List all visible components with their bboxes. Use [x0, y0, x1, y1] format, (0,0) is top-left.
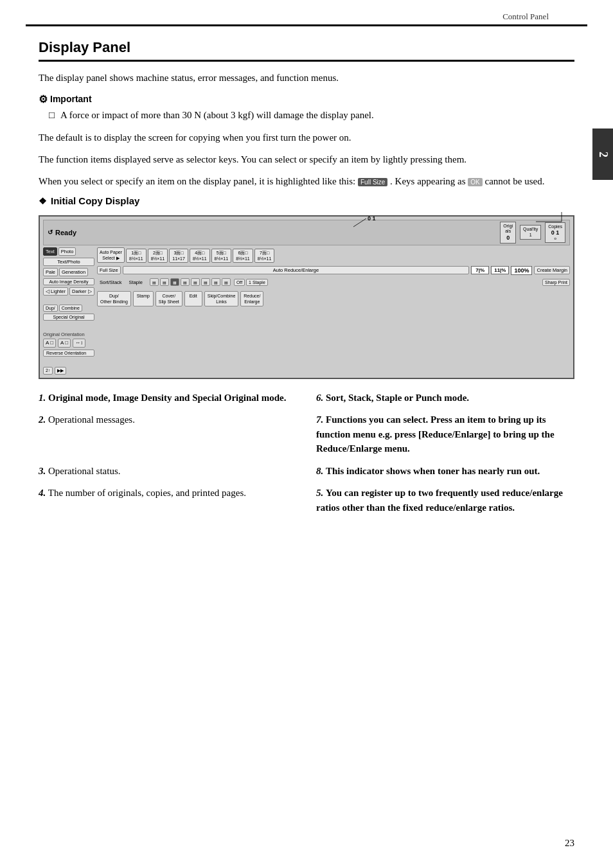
other-func-btn[interactable]: Dup/Other Binding	[97, 291, 131, 306]
dup-btn[interactable]: Dup/	[43, 305, 58, 312]
desc-1: 1. Original mode, Image Density and Spec…	[39, 391, 297, 405]
paper-1btn[interactable]: 1面□8½×11	[126, 249, 147, 263]
darker-btn[interactable]: Darker ▷	[69, 287, 94, 296]
auto-reduce-btn[interactable]: Auto Reduce/Enlarge	[123, 266, 469, 274]
duplex-row: Dup/ Combine	[43, 305, 94, 312]
desc-8-num: 8.	[316, 466, 323, 476]
body-text-1: The default is to display the screen for…	[39, 130, 574, 145]
ratio-3: 100%	[511, 266, 532, 275]
important-icon: ⚙	[39, 93, 48, 105]
important-label: Important	[50, 94, 92, 104]
staple-on-btn[interactable]: 1 Staple	[246, 279, 268, 286]
desc-7-num: 7.	[316, 414, 323, 425]
desc-4-text: The number of originals, copies, and pri…	[48, 488, 246, 498]
generation-btn[interactable]: Generation	[59, 268, 88, 276]
desc-6-num: 6.	[316, 393, 323, 403]
paper-size-row: Auto PaperSelect ▶ 1面□8½×11 2面□8½×11 3面□…	[97, 247, 570, 263]
cover-slip-btn[interactable]: Cover/Slip Sheet	[155, 291, 182, 306]
lighter-btn[interactable]: ◁ Lighter	[43, 287, 68, 296]
diamond-icon: ❖	[39, 196, 47, 206]
display-main-area: Text Photo Text/Photo Pale Generation Au…	[43, 247, 570, 375]
skip-combine-btn[interactable]: Skip/CombineLinks	[204, 291, 239, 306]
orient-btn-1[interactable]: A □	[43, 339, 56, 348]
text-photo-btn[interactable]: Text/Photo	[43, 258, 94, 266]
display-simulator: ↺ Ready Origi als 0 Qual'lty 1 Copies	[39, 215, 574, 379]
create-margin-btn[interactable]: Create Margin	[534, 266, 570, 274]
paper-2btn[interactable]: 2面□8½×11	[148, 249, 168, 263]
subsection-title: ❖ Initial Copy Display	[39, 195, 574, 206]
important-item: A force or impact of more than 30 N (abo…	[49, 108, 574, 123]
sort-icon-3[interactable]: ▦	[170, 278, 179, 286]
bottom-btn-2[interactable]: ▶▶	[55, 367, 66, 375]
function-btns-row: Dup/Other Binding Stamp Cover/Slip Sheet…	[97, 291, 570, 306]
orient-btn-2[interactable]: A □	[58, 339, 71, 348]
sort-stack-label: Sort/Stack	[97, 278, 125, 287]
reduce-enlarge-func-btn[interactable]: Reduce/Enlarge	[240, 291, 263, 306]
special-original-row: Special Original	[43, 314, 94, 321]
desc-3-text: Operational status.	[48, 466, 120, 476]
sort-icon-2[interactable]: ▤	[160, 278, 169, 286]
orientation-section: Original Orientation A □ A □ ↔↕ Reverse …	[43, 332, 94, 357]
pale-generation-row: Pale Generation	[43, 268, 94, 276]
display-right-panel: Auto PaperSelect ▶ 1面□8½×11 2面□8½×11 3面□…	[97, 247, 570, 375]
originals-label: Origi	[503, 224, 513, 229]
sort-icon-1[interactable]: ▤	[150, 278, 159, 286]
bottom-btn-1[interactable]: 2↑	[43, 367, 53, 375]
paper-5btn[interactable]: 5面□8½×11	[211, 249, 232, 263]
staple-off-btn[interactable]: Off	[234, 279, 245, 286]
sort-icon-5[interactable]: ▤	[191, 278, 200, 286]
stamp-btn[interactable]: Stamp	[133, 291, 154, 306]
desc-2-num: 2.	[39, 414, 46, 425]
sort-icons: ▤ ▤ ▦ ▤ ▤ ▤ ▤ ▤	[150, 278, 231, 286]
desc-2: 2. Operational messages.	[39, 412, 297, 456]
sharp-print-btn[interactable]: Sharp Print	[542, 279, 570, 286]
copies-label: Copies	[548, 224, 562, 229]
photo-btn[interactable]: Photo	[58, 247, 76, 256]
key-fullsize: Full Size	[358, 178, 387, 186]
body3-end: cannot be used.	[485, 176, 545, 186]
copies-sub: o	[548, 236, 562, 241]
orient-label: Original Orientation	[43, 332, 94, 337]
ready-text: Ready	[55, 229, 76, 236]
lighter-darker-row: ◁ Lighter Darker ▷	[43, 287, 94, 296]
special-original-btn[interactable]: Special Original	[43, 314, 94, 321]
paper-7btn[interactable]: 7面□8½×11	[254, 249, 275, 263]
chapter-tab: 2	[592, 128, 613, 180]
sort-icon-6[interactable]: ▤	[201, 278, 210, 286]
auto-paper-btn[interactable]: Auto PaperSelect ▶	[97, 247, 125, 263]
desc-8: 8. This indicator shows when toner has n…	[316, 464, 574, 479]
desc-8-text: This indicator shows when toner has near…	[326, 466, 540, 476]
desc-4-num: 4.	[39, 488, 46, 498]
descriptions-grid: 1. Original mode, Image Density and Spec…	[39, 391, 574, 523]
paper-6btn[interactable]: 6面□8½×11	[233, 249, 253, 263]
text-btn[interactable]: Text	[43, 247, 57, 256]
sort-icon-7[interactable]: ▤	[211, 278, 220, 286]
pale-btn[interactable]: Pale	[43, 268, 58, 276]
desc-3-num: 3.	[39, 466, 46, 476]
staple-icons: Off 1 Staple	[234, 279, 268, 286]
full-size-btn[interactable]: Full Size	[97, 266, 121, 274]
important-list: A force or impact of more than 30 N (abo…	[39, 108, 574, 123]
desc-3: 3. Operational status.	[39, 464, 297, 479]
key-ok: OK	[468, 178, 482, 186]
desc-4: 4. The number of originals, copies, and …	[39, 486, 297, 515]
paper-4btn[interactable]: 4面□8½×11	[190, 249, 210, 263]
sort-icon-8[interactable]: ▤	[222, 278, 231, 286]
display-ready-status: ↺ Ready	[48, 229, 76, 236]
orient-btn-3[interactable]: ↔↕	[73, 339, 85, 348]
originals-label2: als	[503, 229, 513, 234]
desc-5: 5. You can register up to two frequently…	[316, 486, 574, 515]
paper-3btn[interactable]: 3面□11×17	[169, 249, 188, 263]
body3-after: . Keys appearing as	[390, 176, 465, 186]
sort-icon-4[interactable]: ▤	[181, 278, 190, 286]
auto-image-density-btn[interactable]: Auto Image Density	[43, 278, 94, 285]
combine-btn[interactable]: Combine	[59, 305, 82, 312]
edit-btn[interactable]: Edit	[184, 291, 202, 306]
display-left-panel: Text Photo Text/Photo Pale Generation Au…	[43, 247, 94, 375]
reduce-enlarge-row: Full Size Auto Reduce/Enlarge 7|% 11|% 1…	[97, 266, 570, 275]
body-text-3: When you select or specify an item on th…	[39, 173, 574, 189]
mode-btn-row: Text Photo	[43, 247, 94, 256]
subsection-label: Initial Copy Display	[51, 195, 139, 206]
reverse-orient-btn[interactable]: Reverse Orientation	[43, 350, 94, 357]
desc-7: 7. Functions you can select. Press an it…	[316, 412, 574, 456]
